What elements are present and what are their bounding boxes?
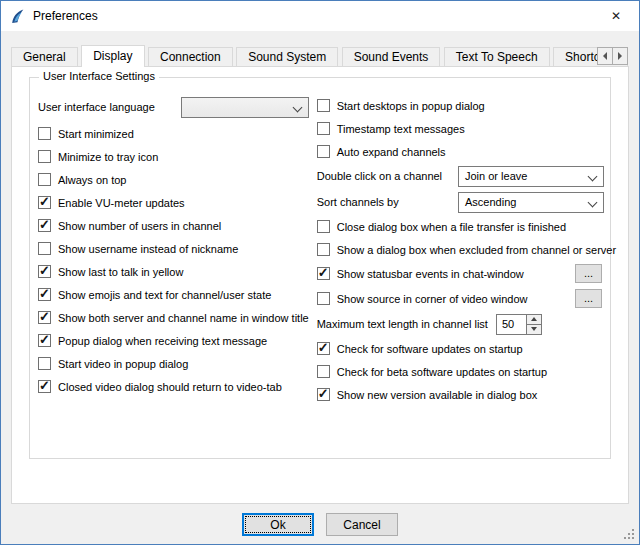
titlebar: Preferences ✕ <box>1 1 639 31</box>
checkbox-label: Show emojis and text for channel/user st… <box>58 289 271 301</box>
checkbox-label: Show a dialog box when excluded from cha… <box>337 244 616 256</box>
tab-display[interactable]: Display <box>81 45 144 67</box>
checkbox-show-number-of-users-in-channel[interactable]: Show number of users in channel <box>38 214 309 237</box>
checkbox-box <box>317 145 330 158</box>
checkbox-box <box>317 220 330 233</box>
checkbox-label: Show number of users in channel <box>58 220 221 232</box>
checkbox-box <box>38 334 51 347</box>
checkbox-box <box>38 127 51 140</box>
checkbox-label: Show new version available in dialog box <box>337 389 538 401</box>
checkbox-timestamp-text-messages[interactable]: Timestamp text messages <box>317 117 604 140</box>
double-click-label: Double click on a channel <box>317 170 442 182</box>
sort-channels-row: Sort channels by Ascending <box>317 189 604 215</box>
checkbox-show-source-video-window[interactable] <box>317 292 330 305</box>
checkbox-box <box>38 380 51 393</box>
checkbox-start-desktops-in-popup[interactable]: Start desktops in popup dialog <box>317 94 604 117</box>
arrow-right-icon <box>618 52 626 60</box>
checkbox-minimize-to-tray-icon[interactable]: Minimize to tray icon <box>38 145 309 168</box>
language-label: User interface language <box>38 101 155 113</box>
checkbox-box <box>317 365 330 378</box>
checkbox-label: Show source in corner of video window <box>337 293 528 305</box>
checkbox-box <box>38 219 51 232</box>
checkbox-auto-expand-channels[interactable]: Auto expand channels <box>317 140 604 163</box>
checkbox-enable-vu-meter-updates[interactable]: Enable VU-meter updates <box>38 191 309 214</box>
tab-general[interactable]: General <box>11 47 78 66</box>
checkbox-always-on-top[interactable]: Always on top <box>38 168 309 191</box>
checkbox-label: Closed video dialog should return to vid… <box>58 381 282 393</box>
checkbox-box <box>38 242 51 255</box>
spin-down-button[interactable] <box>526 324 542 335</box>
sort-channels-label: Sort channels by <box>317 196 399 208</box>
group-user-interface-settings: User Interface Settings User interface l… <box>29 77 611 459</box>
checkbox-closed-video-return-to-video-tab[interactable]: Closed video dialog should return to vid… <box>38 375 309 398</box>
max-text-length-row: Maximum text length in channel list 50 <box>317 311 604 337</box>
checkbox-show-username-instead-of-nickname[interactable]: Show username instead of nickname <box>38 237 309 260</box>
checkbox-check-beta-updates[interactable]: Check for beta software updates on start… <box>317 360 604 383</box>
tab-page-display: User Interface Settings User interface l… <box>11 66 629 504</box>
statusbar-events-more-button[interactable]: ... <box>575 264 602 283</box>
checkbox-close-dialog-file-transfer[interactable]: Close dialog box when a file transfer is… <box>317 215 604 238</box>
cancel-button[interactable]: Cancel <box>326 513 398 536</box>
checkbox-box <box>38 150 51 163</box>
checkbox-label: Popup dialog when receiving text message <box>58 335 267 347</box>
checkbox-label: Start minimized <box>58 128 134 140</box>
statusbar-events-row: Show statusbar events in chat-window ... <box>317 261 604 286</box>
checkbox-box <box>317 342 330 355</box>
resize-grip[interactable] <box>624 529 636 541</box>
language-combobox[interactable] <box>181 97 309 118</box>
right-column: Start desktops in popup dialog Timestamp… <box>309 94 604 406</box>
checkbox-box <box>38 173 51 186</box>
tab-scroll-left-button[interactable] <box>597 47 613 65</box>
checkbox-label: Close dialog box when a file transfer is… <box>337 221 566 233</box>
checkbox-start-video-in-popup[interactable]: Start video in popup dialog <box>38 352 309 375</box>
tab-scroll-right-button[interactable] <box>612 47 628 65</box>
preferences-window: Preferences ✕ General Display Connection… <box>0 0 640 545</box>
checkbox-check-software-updates[interactable]: Check for software updates on startup <box>317 337 604 360</box>
checkbox-label: Start desktops in popup dialog <box>337 100 485 112</box>
checkbox-box <box>38 288 51 301</box>
checkbox-show-statusbar-events[interactable] <box>317 267 330 280</box>
checkbox-box <box>38 357 51 370</box>
checkbox-show-server-and-channel-in-title[interactable]: Show both server and channel name in win… <box>38 306 309 329</box>
spinbox-buttons <box>526 314 542 335</box>
tab-connection[interactable]: Connection <box>148 47 233 66</box>
window-title: Preferences <box>33 9 98 23</box>
video-source-more-button[interactable]: ... <box>575 289 602 308</box>
tab-sound-events[interactable]: Sound Events <box>342 47 441 66</box>
arrow-up-icon <box>531 314 537 321</box>
chevron-down-icon <box>292 102 302 112</box>
checkbox-start-minimized[interactable]: Start minimized <box>38 122 309 145</box>
arrow-down-icon <box>531 327 537 334</box>
tab-sound-system[interactable]: Sound System <box>236 47 338 66</box>
checkbox-popup-dialog-text-message[interactable]: Popup dialog when receiving text message <box>38 329 309 352</box>
close-icon: ✕ <box>611 9 621 23</box>
dialog-buttons: Ok Cancel <box>1 513 639 536</box>
arrow-left-icon <box>599 52 607 60</box>
ok-button[interactable]: Ok <box>242 513 314 536</box>
checkbox-box <box>38 196 51 209</box>
checkbox-show-emojis-and-text[interactable]: Show emojis and text for channel/user st… <box>38 283 309 306</box>
double-click-combobox[interactable]: Join or leave <box>458 166 604 187</box>
checkbox-label: Enable VU-meter updates <box>58 197 185 209</box>
sort-channels-combobox[interactable]: Ascending <box>458 192 604 213</box>
checkbox-label: Show last to talk in yellow <box>58 266 183 278</box>
spinbox-value[interactable]: 50 <box>496 314 526 335</box>
checkbox-label: Check for beta software updates on start… <box>337 366 547 378</box>
checkbox-label: Start video in popup dialog <box>58 358 188 370</box>
dialog-content: General Display Connection Sound System … <box>1 31 639 544</box>
checkbox-label: Auto expand channels <box>337 146 446 158</box>
close-button[interactable]: ✕ <box>593 1 639 31</box>
checkbox-show-last-to-talk-in-yellow[interactable]: Show last to talk in yellow <box>38 260 309 283</box>
checkbox-box <box>317 388 330 401</box>
checkbox-show-new-version-dialog[interactable]: Show new version available in dialog box <box>317 383 604 406</box>
settings-columns: User interface language Start minimized <box>30 78 610 406</box>
checkbox-dialog-when-excluded[interactable]: Show a dialog box when excluded from cha… <box>317 238 604 261</box>
left-column: User interface language Start minimized <box>38 94 309 398</box>
tab-bar: General Display Connection Sound System … <box>11 45 629 67</box>
checkbox-label: Always on top <box>58 174 126 186</box>
tab-text-to-speech[interactable]: Text To Speech <box>444 47 550 66</box>
checkbox-box <box>317 243 330 256</box>
checkbox-label: Timestamp text messages <box>337 123 465 135</box>
checkbox-label: Minimize to tray icon <box>58 151 158 163</box>
max-text-length-label: Maximum text length in channel list <box>317 318 488 330</box>
